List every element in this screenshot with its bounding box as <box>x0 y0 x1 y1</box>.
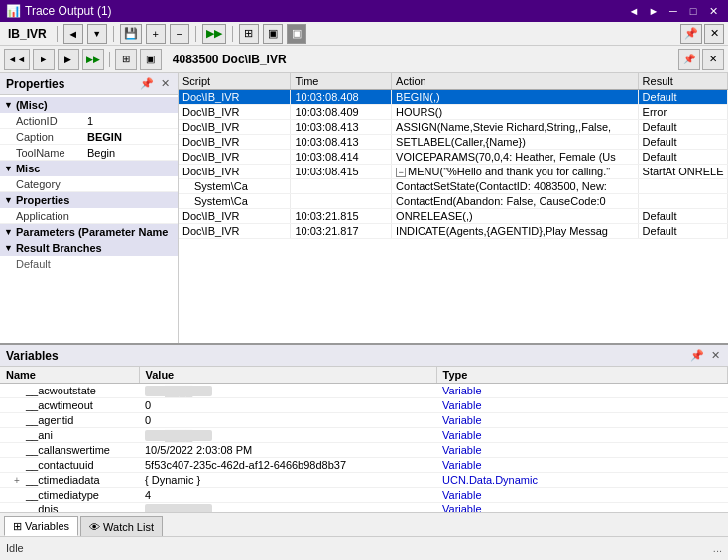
vars-pin-btn[interactable]: 📌 <box>690 349 704 363</box>
col-result-header: Result <box>638 73 727 90</box>
var-value-blurred: ████ <box>145 386 212 396</box>
title-bar-text: Trace Output (1) <box>25 4 625 18</box>
col-action-header: Action <box>392 73 639 90</box>
prop-caption: Caption BEGIN <box>0 129 178 145</box>
grid2-btn[interactable]: ⊞ <box>115 49 137 70</box>
view-btn[interactable]: ▣ <box>263 24 283 44</box>
expand-icon[interactable]: + <box>14 475 26 486</box>
vars-scroll[interactable]: Name Value Type __acwoutstate████Variabl… <box>0 367 728 512</box>
trace-time-cell <box>291 194 392 209</box>
var-name-cell: __acwoutstate <box>0 384 139 398</box>
prop-actionid-value: 1 <box>87 115 174 127</box>
var-name-cell: __ani <box>0 428 139 443</box>
vars-row[interactable]: __acwtimeout0Variable <box>0 398 728 413</box>
run-btn[interactable]: ▶▶ <box>82 49 104 70</box>
var-type-cell: Variable <box>436 413 728 428</box>
close2-btn[interactable]: ✕ <box>702 49 724 70</box>
step-btn2[interactable]: ► <box>33 49 55 70</box>
arrow-properties: ▼ <box>4 195 13 205</box>
trace-row[interactable]: System\CaContactSetState(ContactID: 4083… <box>179 179 728 194</box>
maximize-btn[interactable]: □ <box>684 3 702 19</box>
vars-row[interactable]: __contactuuid5f53c407-235c-462d-af12-646… <box>0 458 728 473</box>
prop-category: Category <box>0 176 178 192</box>
pin-btn[interactable]: 📌 <box>680 24 702 44</box>
status-text: Idle <box>6 542 713 554</box>
add-btn[interactable]: + <box>146 24 166 44</box>
vars-row[interactable]: __ani████Variable <box>0 428 728 443</box>
arrow-parameters: ▼ <box>4 227 13 237</box>
var-name-cell: +__ctimediadata <box>0 473 139 488</box>
prop-toolname-name: ToolName <box>16 147 87 159</box>
group-properties[interactable]: ▼ Properties <box>0 192 178 208</box>
remove-btn[interactable]: − <box>170 24 189 44</box>
trace-result-cell: Default <box>638 90 727 105</box>
back-btn[interactable]: ◄ <box>63 24 83 44</box>
expand-btn[interactable]: − <box>396 168 406 177</box>
close-panel-btn[interactable]: ✕ <box>704 24 724 44</box>
step-btn1[interactable]: ◄◄ <box>4 49 30 70</box>
step-btn3[interactable]: ▶ <box>58 49 79 70</box>
minimize-btn[interactable]: ─ <box>665 3 682 19</box>
vars-row[interactable]: +__ctimediadata{ Dynamic }UCN.Data.Dynam… <box>0 473 728 488</box>
trace-scroll[interactable]: Script Time Action Result Doc\IB_IVR10:0… <box>179 73 728 343</box>
group-parameters[interactable]: ▼ Parameters (Parameter Name <box>0 224 178 240</box>
tab-variables[interactable]: ⊞ Variables <box>4 516 78 536</box>
select-btn[interactable]: ▣ <box>287 24 306 44</box>
close-btn[interactable]: ✕ <box>704 3 722 19</box>
nav-right-btn[interactable]: ► <box>645 3 663 19</box>
trace-row[interactable]: Doc\IB_IVR10:03:08.408BEGIN(,)Default <box>179 90 728 105</box>
dropdown-btn[interactable]: ▼ <box>87 24 107 44</box>
save-btn[interactable]: 💾 <box>120 24 142 44</box>
sep3 <box>195 26 196 42</box>
properties-header: Properties 📌 ✕ <box>0 73 178 95</box>
group-misc2[interactable]: ▼ Misc <box>0 161 178 176</box>
trace-result-cell <box>638 179 727 194</box>
trace-row[interactable]: Doc\IB_IVR10:03:08.414VOICEPARAMS(70,0,4… <box>179 150 728 165</box>
prop-category-name: Category <box>16 178 87 190</box>
trace-table: Script Time Action Result Doc\IB_IVR10:0… <box>179 73 728 239</box>
var-value-cell: 10/5/2022 2:03:08 PM <box>139 443 436 458</box>
var-type-cell: Variable <box>436 443 728 458</box>
trace-script-cell: Doc\IB_IVR <box>179 224 291 239</box>
props-content: ▼ (Misc) ActionID 1 Caption BEGIN ToolNa… <box>0 95 178 343</box>
title-bar-controls: ◄ ► ─ □ ✕ <box>625 3 722 19</box>
var-type-cell: UCN.Data.Dynamic <box>436 473 728 488</box>
arrow-misc2: ▼ <box>4 164 13 173</box>
trace-row[interactable]: Doc\IB_IVR10:03:08.413SETLABEL(Caller,{N… <box>179 135 728 150</box>
vars-close-btn[interactable]: ✕ <box>708 349 722 363</box>
prop-toolname: ToolName Begin <box>0 145 178 161</box>
props-pin-btn[interactable]: 📌 <box>140 77 154 91</box>
trace-script-cell: Doc\IB_IVR <box>179 105 291 120</box>
script-path-label: 4083500 Doc\IB_IVR <box>173 53 287 66</box>
trace-row[interactable]: Doc\IB_IVR10:03:08.409HOURS()Error <box>179 105 728 120</box>
trace-row[interactable]: Doc\IB_IVR10:03:21.815ONRELEASE(,)Defaul… <box>179 209 728 224</box>
trace-row[interactable]: System\CaContactEnd(Abandon: False, Caus… <box>179 194 728 209</box>
var-name-cell: __callanswertime <box>0 443 139 458</box>
group-misc-label: (Misc) <box>16 99 48 111</box>
play-btn[interactable]: ▶▶ <box>202 24 226 44</box>
nav-left-btn[interactable]: ◄ <box>625 3 643 19</box>
trace-row[interactable]: Doc\IB_IVR10:03:08.413ASSIGN(Name,Stevie… <box>179 120 728 135</box>
view2-btn[interactable]: ▣ <box>140 49 162 70</box>
trace-script-cell: Doc\IB_IVR <box>179 135 291 150</box>
bottom-tabs: ⊞ Variables 👁 Watch List <box>0 512 728 536</box>
trace-row[interactable]: Doc\IB_IVR10:03:08.415−MENU("%Hello and … <box>179 165 728 179</box>
group-misc[interactable]: ▼ (Misc) <box>0 97 178 113</box>
props-close-btn[interactable]: ✕ <box>158 77 172 91</box>
trace-row[interactable]: Doc\IB_IVR10:03:21.817INDICATE(Agents,{A… <box>179 224 728 239</box>
vars-row[interactable]: __callanswertime10/5/2022 2:03:08 PMVari… <box>0 443 728 458</box>
prop-actionid-name: ActionID <box>16 115 87 127</box>
trace-time-cell: 10:03:08.414 <box>291 150 392 165</box>
vars-row[interactable]: __ctimediatype4Variable <box>0 488 728 503</box>
var-name-cell: __agentid <box>0 413 139 428</box>
pin2-btn[interactable]: 📌 <box>678 49 700 70</box>
tab-watchlist[interactable]: 👁 Watch List <box>80 516 163 536</box>
vars-row[interactable]: __agentid0Variable <box>0 413 728 428</box>
vars-row[interactable]: __dnis████Variable <box>0 503 728 513</box>
trace-script-cell: Doc\IB_IVR <box>179 165 291 179</box>
grid-btn[interactable]: ⊞ <box>239 24 259 44</box>
tab-variables-label: Variables <box>25 520 69 532</box>
vars-row[interactable]: __acwoutstate████Variable <box>0 384 728 398</box>
group-result-branches[interactable]: ▼ Result Branches <box>0 240 178 256</box>
trace-script-cell: Doc\IB_IVR <box>179 120 291 135</box>
